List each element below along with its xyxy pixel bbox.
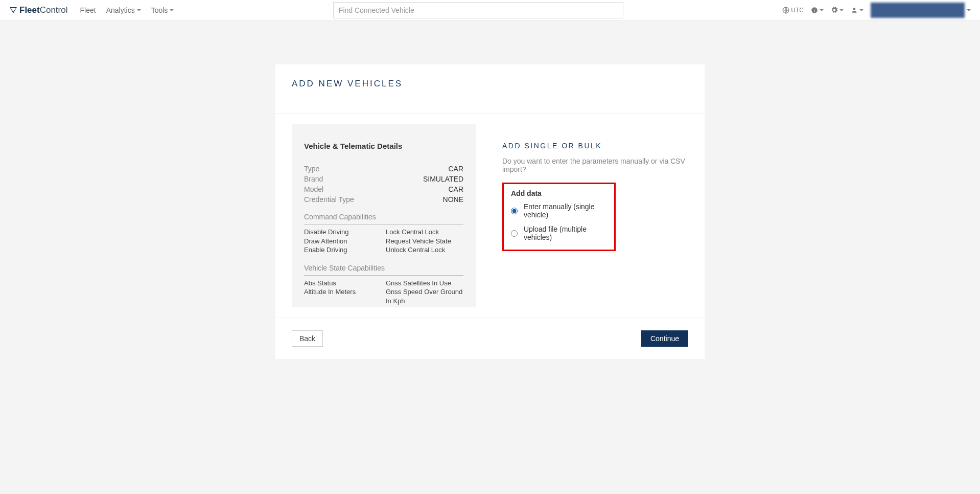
svg-point-3 [853, 8, 856, 10]
chevron-down-icon [170, 9, 174, 11]
account-label [871, 3, 965, 18]
nav-analytics[interactable]: Analytics [106, 6, 141, 14]
state-caps-title: Vehicle State Capabilities [304, 264, 463, 276]
page-footer: Back Continue [275, 318, 705, 359]
details-title: Vehicle & Telematic Details [304, 142, 463, 150]
header-right: UTC i [782, 3, 971, 18]
timezone-selector[interactable]: UTC [782, 7, 804, 14]
cap-item: Unlock Central Lock [386, 245, 463, 255]
command-caps-list: Disable Driving Lock Central Lock Draw A… [304, 228, 463, 255]
page-title: ADD NEW VEHICLES [292, 79, 688, 89]
main-nav: Fleet Analytics Tools [80, 6, 174, 14]
settings-menu[interactable] [831, 7, 844, 14]
chevron-down-icon [820, 9, 824, 11]
cap-item: Request Vehicle State [386, 237, 463, 246]
gear-icon [831, 7, 838, 14]
cap-item: Gnss Satellites In Use [386, 279, 463, 288]
nav-fleet[interactable]: Fleet [80, 6, 96, 14]
cap-item: Lock Central Lock [386, 228, 463, 237]
details-panel[interactable]: Vehicle & Telematic Details Type CAR Bra… [292, 124, 476, 307]
detail-row-model: Model CAR [304, 185, 463, 193]
page-body: Vehicle & Telematic Details Type CAR Bra… [275, 114, 705, 318]
cap-item: Brake Fluid Level Low Indicator [304, 305, 382, 307]
detail-row-credential: Credential Type NONE [304, 195, 463, 204]
add-data-box: Add data Enter manually (single vehicle)… [502, 183, 616, 251]
radio-manual-input[interactable] [511, 208, 518, 214]
account-selector[interactable] [871, 3, 971, 18]
add-data-title: Add data [511, 189, 607, 197]
info-menu[interactable]: i [811, 7, 824, 14]
logo-icon [9, 6, 17, 14]
cap-item: Draw Attention [304, 237, 382, 246]
page-header: ADD NEW VEHICLES [275, 64, 705, 114]
radio-option-upload[interactable]: Upload file (multiple vehicles) [511, 225, 607, 241]
cap-item: Heading In Degrees [386, 305, 463, 307]
detail-row-type: Type CAR [304, 165, 463, 173]
add-desc: Do you want to enter the parameters manu… [502, 157, 705, 173]
state-caps-list: Abs Status Gnss Satellites In Use Altitu… [304, 279, 463, 307]
chevron-down-icon [839, 9, 844, 11]
logo-text-light: Control [40, 5, 68, 15]
logo-text-bold: Fleet [19, 5, 40, 15]
user-menu[interactable] [851, 7, 864, 14]
detail-row-brand: Brand SIMULATED [304, 175, 463, 183]
cap-item: Abs Status [304, 279, 382, 288]
chevron-down-icon [859, 9, 864, 11]
command-caps-title: Command Capabilities [304, 213, 463, 224]
page-container: ADD NEW VEHICLES Vehicle & Telematic Det… [275, 64, 705, 359]
globe-icon [782, 7, 789, 14]
nav-tools[interactable]: Tools [151, 6, 174, 14]
chevron-down-icon [967, 9, 971, 11]
cap-item: Enable Driving [304, 245, 382, 255]
radio-upload-input[interactable] [511, 230, 518, 237]
back-button[interactable]: Back [292, 330, 323, 347]
continue-button[interactable]: Continue [641, 330, 688, 347]
app-logo[interactable]: FleetControl [9, 5, 68, 15]
info-icon: i [811, 7, 818, 14]
add-title: ADD SINGLE OR BULK [502, 142, 705, 150]
cap-item: Disable Driving [304, 228, 382, 237]
search-input[interactable] [333, 2, 623, 18]
search-wrap [174, 2, 782, 18]
add-panel: ADD SINGLE OR BULK Do you want to enter … [502, 124, 705, 307]
chevron-down-icon [137, 9, 141, 11]
cap-item: Gnss Speed Over Ground In Kph [386, 287, 463, 305]
cap-item: Altitude In Meters [304, 287, 382, 305]
app-header: FleetControl Fleet Analytics Tools UTC i [0, 0, 980, 21]
radio-option-manual[interactable]: Enter manually (single vehicle) [511, 203, 607, 219]
user-icon [851, 7, 858, 14]
